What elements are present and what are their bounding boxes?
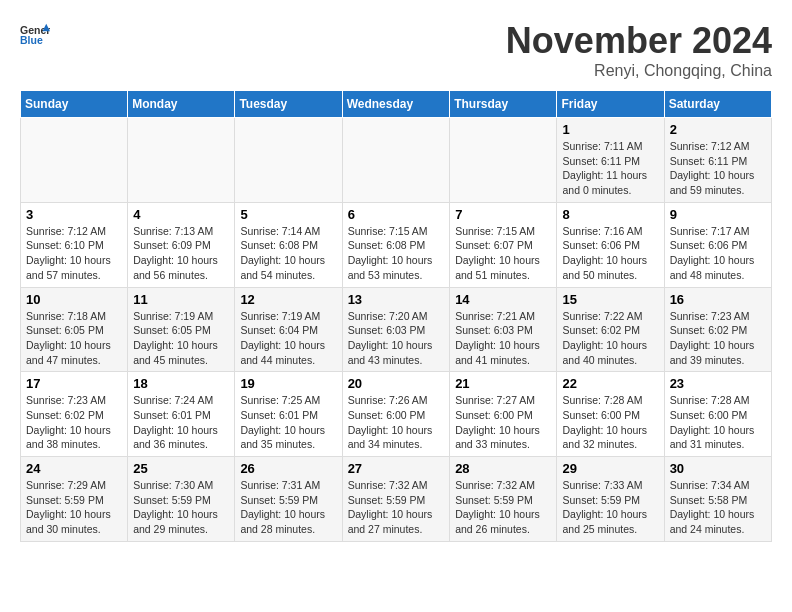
calendar-cell: 17Sunrise: 7:23 AM Sunset: 6:02 PM Dayli… [21, 372, 128, 457]
day-number: 4 [133, 207, 229, 222]
day-info: Sunrise: 7:28 AM Sunset: 6:00 PM Dayligh… [670, 393, 766, 452]
calendar-cell: 27Sunrise: 7:32 AM Sunset: 5:59 PM Dayli… [342, 457, 450, 542]
day-info: Sunrise: 7:24 AM Sunset: 6:01 PM Dayligh… [133, 393, 229, 452]
day-number: 3 [26, 207, 122, 222]
calendar-cell [235, 118, 342, 203]
day-info: Sunrise: 7:26 AM Sunset: 6:00 PM Dayligh… [348, 393, 445, 452]
calendar-cell: 5Sunrise: 7:14 AM Sunset: 6:08 PM Daylig… [235, 202, 342, 287]
calendar-cell [128, 118, 235, 203]
day-number: 14 [455, 292, 551, 307]
calendar-cell: 25Sunrise: 7:30 AM Sunset: 5:59 PM Dayli… [128, 457, 235, 542]
calendar-cell: 13Sunrise: 7:20 AM Sunset: 6:03 PM Dayli… [342, 287, 450, 372]
day-info: Sunrise: 7:34 AM Sunset: 5:58 PM Dayligh… [670, 478, 766, 537]
calendar-cell: 20Sunrise: 7:26 AM Sunset: 6:00 PM Dayli… [342, 372, 450, 457]
day-number: 27 [348, 461, 445, 476]
calendar-cell: 4Sunrise: 7:13 AM Sunset: 6:09 PM Daylig… [128, 202, 235, 287]
day-info: Sunrise: 7:19 AM Sunset: 6:04 PM Dayligh… [240, 309, 336, 368]
day-info: Sunrise: 7:15 AM Sunset: 6:08 PM Dayligh… [348, 224, 445, 283]
location-subtitle: Renyi, Chongqing, China [506, 62, 772, 80]
calendar-cell: 7Sunrise: 7:15 AM Sunset: 6:07 PM Daylig… [450, 202, 557, 287]
month-year-title: November 2024 [506, 20, 772, 62]
day-number: 2 [670, 122, 766, 137]
calendar-cell: 3Sunrise: 7:12 AM Sunset: 6:10 PM Daylig… [21, 202, 128, 287]
day-info: Sunrise: 7:32 AM Sunset: 5:59 PM Dayligh… [455, 478, 551, 537]
day-info: Sunrise: 7:33 AM Sunset: 5:59 PM Dayligh… [562, 478, 658, 537]
calendar-week-row: 17Sunrise: 7:23 AM Sunset: 6:02 PM Dayli… [21, 372, 772, 457]
calendar-header-row: Sunday Monday Tuesday Wednesday Thursday… [21, 91, 772, 118]
calendar-cell: 30Sunrise: 7:34 AM Sunset: 5:58 PM Dayli… [664, 457, 771, 542]
day-info: Sunrise: 7:15 AM Sunset: 6:07 PM Dayligh… [455, 224, 551, 283]
day-number: 11 [133, 292, 229, 307]
calendar-cell: 26Sunrise: 7:31 AM Sunset: 5:59 PM Dayli… [235, 457, 342, 542]
day-info: Sunrise: 7:21 AM Sunset: 6:03 PM Dayligh… [455, 309, 551, 368]
day-info: Sunrise: 7:12 AM Sunset: 6:11 PM Dayligh… [670, 139, 766, 198]
calendar-cell [342, 118, 450, 203]
day-number: 8 [562, 207, 658, 222]
day-number: 19 [240, 376, 336, 391]
day-number: 26 [240, 461, 336, 476]
day-info: Sunrise: 7:30 AM Sunset: 5:59 PM Dayligh… [133, 478, 229, 537]
header-saturday: Saturday [664, 91, 771, 118]
day-number: 13 [348, 292, 445, 307]
calendar-cell: 1Sunrise: 7:11 AM Sunset: 6:11 PM Daylig… [557, 118, 664, 203]
day-info: Sunrise: 7:17 AM Sunset: 6:06 PM Dayligh… [670, 224, 766, 283]
day-number: 25 [133, 461, 229, 476]
day-number: 18 [133, 376, 229, 391]
day-number: 12 [240, 292, 336, 307]
day-info: Sunrise: 7:27 AM Sunset: 6:00 PM Dayligh… [455, 393, 551, 452]
logo-icon: General Blue [20, 20, 50, 50]
calendar-cell: 23Sunrise: 7:28 AM Sunset: 6:00 PM Dayli… [664, 372, 771, 457]
day-number: 20 [348, 376, 445, 391]
header-tuesday: Tuesday [235, 91, 342, 118]
day-number: 10 [26, 292, 122, 307]
calendar-cell: 24Sunrise: 7:29 AM Sunset: 5:59 PM Dayli… [21, 457, 128, 542]
day-info: Sunrise: 7:11 AM Sunset: 6:11 PM Dayligh… [562, 139, 658, 198]
calendar-cell: 12Sunrise: 7:19 AM Sunset: 6:04 PM Dayli… [235, 287, 342, 372]
calendar-cell: 9Sunrise: 7:17 AM Sunset: 6:06 PM Daylig… [664, 202, 771, 287]
day-number: 21 [455, 376, 551, 391]
day-info: Sunrise: 7:28 AM Sunset: 6:00 PM Dayligh… [562, 393, 658, 452]
calendar-cell: 8Sunrise: 7:16 AM Sunset: 6:06 PM Daylig… [557, 202, 664, 287]
calendar-cell [21, 118, 128, 203]
day-info: Sunrise: 7:25 AM Sunset: 6:01 PM Dayligh… [240, 393, 336, 452]
page-header: General Blue November 2024 Renyi, Chongq… [20, 20, 772, 80]
day-number: 17 [26, 376, 122, 391]
day-number: 9 [670, 207, 766, 222]
calendar-cell: 21Sunrise: 7:27 AM Sunset: 6:00 PM Dayli… [450, 372, 557, 457]
svg-text:Blue: Blue [20, 34, 43, 46]
calendar-cell: 22Sunrise: 7:28 AM Sunset: 6:00 PM Dayli… [557, 372, 664, 457]
day-number: 23 [670, 376, 766, 391]
day-number: 7 [455, 207, 551, 222]
day-info: Sunrise: 7:18 AM Sunset: 6:05 PM Dayligh… [26, 309, 122, 368]
calendar-cell [450, 118, 557, 203]
calendar-cell: 14Sunrise: 7:21 AM Sunset: 6:03 PM Dayli… [450, 287, 557, 372]
calendar-cell: 11Sunrise: 7:19 AM Sunset: 6:05 PM Dayli… [128, 287, 235, 372]
header-wednesday: Wednesday [342, 91, 450, 118]
calendar-table: Sunday Monday Tuesday Wednesday Thursday… [20, 90, 772, 542]
day-number: 30 [670, 461, 766, 476]
day-number: 24 [26, 461, 122, 476]
header-monday: Monday [128, 91, 235, 118]
header-thursday: Thursday [450, 91, 557, 118]
logo: General Blue [20, 20, 50, 50]
day-info: Sunrise: 7:20 AM Sunset: 6:03 PM Dayligh… [348, 309, 445, 368]
day-number: 29 [562, 461, 658, 476]
day-info: Sunrise: 7:32 AM Sunset: 5:59 PM Dayligh… [348, 478, 445, 537]
calendar-cell: 10Sunrise: 7:18 AM Sunset: 6:05 PM Dayli… [21, 287, 128, 372]
calendar-week-row: 24Sunrise: 7:29 AM Sunset: 5:59 PM Dayli… [21, 457, 772, 542]
calendar-week-row: 3Sunrise: 7:12 AM Sunset: 6:10 PM Daylig… [21, 202, 772, 287]
day-info: Sunrise: 7:16 AM Sunset: 6:06 PM Dayligh… [562, 224, 658, 283]
calendar-cell: 6Sunrise: 7:15 AM Sunset: 6:08 PM Daylig… [342, 202, 450, 287]
day-number: 6 [348, 207, 445, 222]
day-info: Sunrise: 7:23 AM Sunset: 6:02 PM Dayligh… [670, 309, 766, 368]
title-block: November 2024 Renyi, Chongqing, China [506, 20, 772, 80]
day-info: Sunrise: 7:22 AM Sunset: 6:02 PM Dayligh… [562, 309, 658, 368]
calendar-cell: 19Sunrise: 7:25 AM Sunset: 6:01 PM Dayli… [235, 372, 342, 457]
calendar-week-row: 10Sunrise: 7:18 AM Sunset: 6:05 PM Dayli… [21, 287, 772, 372]
calendar-cell: 2Sunrise: 7:12 AM Sunset: 6:11 PM Daylig… [664, 118, 771, 203]
day-number: 16 [670, 292, 766, 307]
day-number: 22 [562, 376, 658, 391]
day-info: Sunrise: 7:14 AM Sunset: 6:08 PM Dayligh… [240, 224, 336, 283]
header-friday: Friday [557, 91, 664, 118]
calendar-cell: 28Sunrise: 7:32 AM Sunset: 5:59 PM Dayli… [450, 457, 557, 542]
